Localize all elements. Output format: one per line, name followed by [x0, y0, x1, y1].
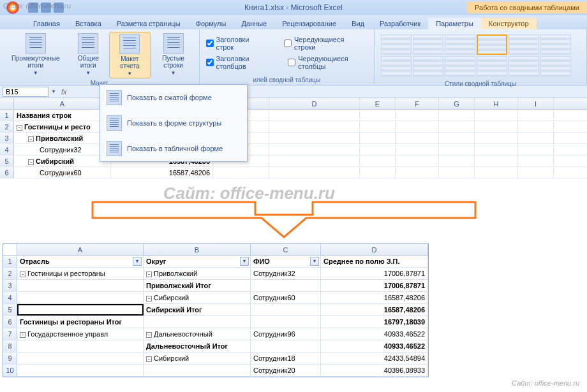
row-header[interactable]: 4	[3, 292, 17, 303]
row-header[interactable]: 1	[0, 110, 14, 120]
cell[interactable]	[360, 133, 396, 143]
pivot-field-header[interactable]: Среднее по полю З.П.	[321, 256, 428, 267]
cell[interactable]	[475, 156, 518, 166]
row-header[interactable]: 6	[0, 167, 14, 178]
cell[interactable]: 17006,87871	[321, 268, 428, 279]
cell[interactable]	[439, 167, 475, 178]
cell[interactable]: 40933,46522	[321, 340, 428, 352]
collapse-icon[interactable]: -	[146, 356, 152, 362]
col-header[interactable]: A	[14, 98, 111, 109]
filter-dropdown-icon[interactable]: ▾	[240, 257, 249, 266]
cell[interactable]	[269, 110, 360, 120]
collapse-icon[interactable]: -	[20, 272, 26, 277]
col-header[interactable]: C	[251, 244, 321, 255]
name-box-arrow-icon[interactable]: ▼	[51, 89, 56, 94]
style-swatch[interactable]	[540, 56, 571, 76]
subtotals-button[interactable]: Промежуточные итоги ▼	[4, 32, 68, 78]
dropdown-item-outline[interactable]: Показать в форме структуры	[100, 110, 247, 136]
cell[interactable]	[439, 133, 475, 143]
style-swatch[interactable]	[445, 56, 475, 76]
row-header[interactable]: 10	[3, 365, 17, 376]
pivot-field-header[interactable]: Отрасль▾	[17, 256, 144, 267]
cell[interactable]	[475, 133, 518, 143]
select-all-button[interactable]	[0, 98, 14, 109]
row-header[interactable]: 6	[3, 316, 17, 328]
cell[interactable]: -Гостиницы и ресто	[14, 121, 111, 132]
cell[interactable]: -Приволжский	[14, 133, 111, 143]
cell[interactable]	[144, 316, 251, 328]
cell[interactable]	[518, 144, 554, 155]
col-header[interactable]: E	[360, 98, 396, 109]
cb-row-headers[interactable]: Заголовки строк	[206, 36, 269, 51]
cell[interactable]	[360, 110, 396, 120]
styles-gallery[interactable]	[378, 32, 583, 79]
cell[interactable]: -Гостиницы и рестораны	[17, 268, 144, 279]
tab-Вставка[interactable]: Вставка	[68, 18, 109, 29]
cell[interactable]: 16587,48206	[321, 292, 428, 303]
cell[interactable]	[475, 110, 518, 120]
cell[interactable]	[251, 280, 321, 291]
cell[interactable]	[360, 156, 396, 166]
cell[interactable]	[17, 365, 144, 376]
collapse-icon[interactable]: -	[28, 159, 34, 165]
cell[interactable]	[396, 121, 439, 132]
cell[interactable]: -Дальневосточный	[144, 328, 251, 340]
cell[interactable]	[396, 156, 439, 166]
collapse-icon[interactable]: -	[17, 125, 22, 131]
cell[interactable]	[269, 121, 360, 132]
cell[interactable]	[518, 110, 554, 120]
cell[interactable]	[360, 121, 396, 132]
cell[interactable]	[396, 144, 439, 155]
style-swatch[interactable]	[477, 56, 507, 76]
cell[interactable]: Приволжский Итог	[144, 280, 251, 291]
cell[interactable]: 17006,87871	[321, 280, 428, 291]
cell[interactable]	[251, 316, 321, 328]
col-header[interactable]: D	[269, 98, 360, 109]
style-swatch-selected[interactable]	[477, 34, 507, 55]
dropdown-item-tabular[interactable]: Показать в табличной форме	[100, 136, 247, 161]
cell[interactable]: Сотрудник32	[14, 144, 111, 155]
collapse-icon[interactable]: -	[20, 332, 26, 338]
cell[interactable]: Гостиницы и рестораны Итог	[17, 316, 144, 328]
style-swatch[interactable]	[509, 56, 539, 76]
cb-banded-cols[interactable]: Чередующиеся столбцы	[288, 55, 368, 70]
row-header[interactable]: 8	[3, 340, 17, 352]
style-swatch[interactable]	[413, 56, 443, 76]
cell[interactable]	[518, 156, 554, 166]
cell[interactable]	[439, 156, 475, 166]
cell[interactable]: Названия строк	[14, 110, 111, 120]
collapse-icon[interactable]: -	[28, 136, 34, 142]
row-header[interactable]: 7	[3, 328, 17, 340]
cell[interactable]	[475, 144, 518, 155]
tab-Формулы[interactable]: Формулы	[188, 18, 234, 29]
col-header[interactable]: H	[475, 98, 518, 109]
row-header[interactable]: 4	[0, 144, 14, 155]
col-header[interactable]: I	[518, 98, 554, 109]
checkbox-icon[interactable]	[206, 40, 214, 47]
cell[interactable]	[360, 144, 396, 155]
style-swatch[interactable]	[381, 34, 412, 55]
style-swatch[interactable]	[509, 34, 539, 55]
cell[interactable]: Сотрудник60	[251, 292, 321, 303]
col-header[interactable]: B	[144, 244, 251, 255]
cell[interactable]	[17, 304, 144, 316]
col-header[interactable]: A	[17, 244, 144, 255]
cell[interactable]: -Сибирский	[144, 292, 251, 303]
dropdown-item-compact[interactable]: Показать в сжатой форме	[100, 85, 247, 110]
cell[interactable]	[269, 156, 360, 166]
cell[interactable]	[439, 144, 475, 155]
cell[interactable]: 40396,08933	[321, 365, 428, 376]
cell[interactable]	[475, 167, 518, 178]
style-swatch[interactable]	[445, 34, 475, 55]
cell[interactable]: Сотрудник32	[251, 268, 321, 279]
blank-rows-button[interactable]: Пустые строки ▼	[152, 32, 195, 78]
checkbox-icon[interactable]	[206, 59, 214, 66]
name-box[interactable]	[3, 87, 48, 97]
cell[interactable]: Сибирский Итог	[144, 304, 251, 316]
row-header[interactable]: 9	[3, 352, 17, 364]
cell[interactable]	[269, 167, 360, 178]
cell[interactable]	[396, 110, 439, 120]
cell[interactable]	[439, 110, 475, 120]
cell[interactable]: -Сибирский	[14, 156, 111, 166]
collapse-icon[interactable]: -	[146, 296, 152, 301]
